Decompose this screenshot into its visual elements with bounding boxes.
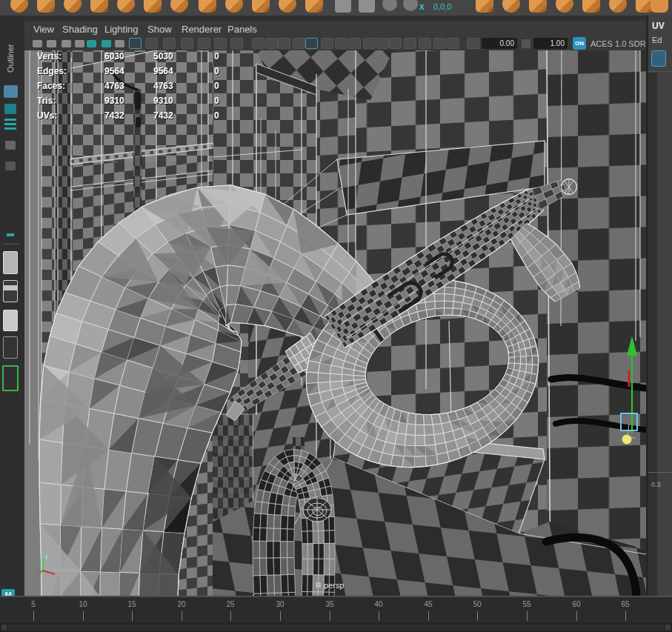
svg-text:7432: 7432: [104, 110, 124, 121]
svg-text:9310: 9310: [153, 96, 173, 106]
svg-text:0: 0: [214, 81, 219, 91]
svg-text:7432: 7432: [153, 110, 173, 121]
svg-text:9564: 9564: [153, 66, 173, 76]
svg-text:UVs:: UVs:: [37, 110, 57, 121]
svg-text:persp: persp: [324, 581, 345, 590]
svg-text:0: 0: [214, 51, 219, 61]
svg-text:9310: 9310: [104, 96, 124, 106]
svg-text:4763: 4763: [104, 81, 124, 91]
svg-text:9564: 9564: [104, 66, 124, 76]
svg-text:6030: 6030: [104, 51, 124, 61]
svg-text:Faces:: Faces:: [37, 81, 65, 91]
svg-text:y: y: [45, 553, 48, 559]
svg-text:Tris:: Tris:: [37, 96, 56, 106]
svg-text:Verts:: Verts:: [37, 51, 61, 61]
svg-text:Edges:: Edges:: [37, 66, 67, 76]
svg-text:4763: 4763: [153, 81, 173, 91]
svg-text:0: 0: [214, 96, 219, 106]
svg-text:5030: 5030: [153, 51, 173, 61]
svg-text:0: 0: [214, 110, 219, 121]
svg-text:0: 0: [214, 66, 219, 76]
